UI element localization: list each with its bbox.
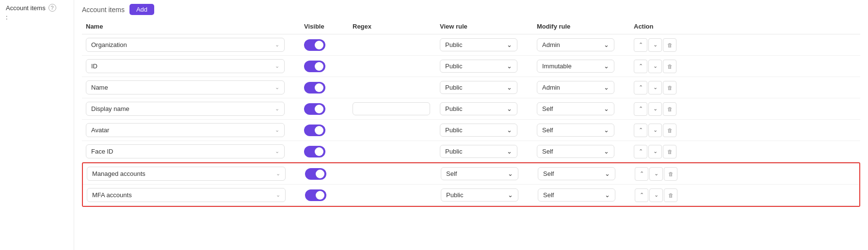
chevron-down-icon: ⌄ (275, 106, 279, 112)
header-regex: Regex (349, 23, 436, 30)
move-up-button[interactable]: ⌃ (634, 124, 647, 137)
chevron-down-icon: ⌄ (275, 63, 279, 69)
modify-rule-dropdown[interactable]: Self ⌄ (537, 124, 614, 137)
chevron-down-icon: ⌄ (604, 41, 609, 48)
regex-cell (350, 193, 437, 197)
name-select-avatar[interactable]: Avatar ⌄ (86, 123, 285, 137)
name-cell: Name ⌄ (82, 78, 300, 96)
view-rule-cell: Public ⌄ (436, 58, 533, 75)
modify-rule-dropdown[interactable]: Self ⌄ (537, 145, 614, 158)
view-rule-dropdown[interactable]: Public ⌄ (440, 60, 517, 73)
move-down-button[interactable]: ⌄ (648, 81, 662, 94)
delete-button[interactable]: 🗑 (663, 102, 676, 116)
action-cell: ⌃ ⌄ 🗑 (630, 100, 698, 118)
view-rule-cell: Public ⌄ (436, 100, 533, 117)
delete-button[interactable]: 🗑 (663, 124, 676, 137)
add-button[interactable]: Add (129, 4, 154, 15)
chevron-down-icon: ⌄ (604, 126, 609, 134)
delete-button[interactable]: 🗑 (664, 188, 677, 202)
chevron-down-icon: ⌄ (275, 84, 279, 91)
visible-toggle[interactable] (304, 39, 325, 51)
move-down-button[interactable]: ⌄ (648, 124, 662, 137)
move-up-button[interactable]: ⌃ (634, 38, 647, 52)
visible-toggle[interactable] (304, 125, 325, 136)
visible-cell (301, 166, 350, 182)
name-select-mfa-accounts[interactable]: MFA accounts ⌄ (87, 188, 286, 202)
modify-rule-dropdown[interactable]: Self ⌄ (538, 167, 615, 180)
view-rule-dropdown[interactable]: Public ⌄ (440, 81, 517, 94)
help-icon[interactable]: ? (48, 4, 56, 12)
action-cell: ⌃ ⌄ 🗑 (631, 187, 699, 204)
view-rule-dropdown[interactable]: Public ⌄ (440, 102, 517, 115)
move-down-button[interactable]: ⌄ (648, 60, 662, 73)
name-select-id[interactable]: ID ⌄ (86, 59, 285, 73)
modify-rule-dropdown[interactable]: Immutable ⌄ (537, 60, 614, 73)
view-rule-dropdown[interactable]: Self ⌄ (441, 167, 518, 180)
header-view-rule: View rule (436, 23, 533, 30)
visible-cell (301, 188, 350, 203)
view-rule-dropdown[interactable]: Public ⌄ (440, 38, 517, 51)
regex-cell (350, 172, 437, 176)
chevron-down-icon: ⌄ (276, 171, 280, 177)
delete-button[interactable]: 🗑 (663, 145, 676, 158)
sidebar-colon: : (6, 14, 68, 21)
regex-cell (349, 43, 436, 47)
view-rule-cell: Public ⌄ (436, 143, 533, 160)
visible-toggle[interactable] (305, 189, 326, 201)
chevron-down-icon: ⌄ (507, 148, 512, 155)
visible-toggle[interactable] (304, 103, 325, 115)
visible-toggle[interactable] (305, 168, 326, 180)
modify-rule-dropdown[interactable]: Self ⌄ (538, 188, 615, 202)
move-down-button[interactable]: ⌄ (648, 145, 662, 158)
regex-cell (349, 64, 436, 68)
visible-cell (300, 101, 349, 117)
modify-rule-dropdown[interactable]: Self ⌄ (537, 102, 614, 115)
header-modify-rule: Modify rule (533, 23, 630, 30)
visible-cell (300, 144, 349, 159)
modify-rule-dropdown[interactable]: Admin ⌄ (537, 38, 614, 51)
visible-toggle[interactable] (304, 146, 325, 157)
view-rule-dropdown[interactable]: Public ⌄ (441, 188, 518, 202)
chevron-down-icon: ⌄ (508, 191, 513, 199)
name-select-managed-accounts[interactable]: Managed accounts ⌄ (87, 167, 286, 181)
move-down-button[interactable]: ⌄ (648, 38, 662, 52)
name-select-display-name[interactable]: Display name ⌄ (86, 102, 285, 116)
move-up-button[interactable]: ⌃ (635, 188, 648, 202)
visible-toggle[interactable] (304, 82, 325, 94)
table-row: Name ⌄ Public ⌄ (82, 77, 860, 98)
delete-button[interactable]: 🗑 (664, 167, 677, 181)
modify-rule-cell: Admin ⌄ (533, 79, 630, 96)
table-row: ID ⌄ Public ⌄ (82, 56, 860, 77)
move-down-button[interactable]: ⌄ (648, 102, 662, 116)
visible-cell (300, 123, 349, 138)
regex-input[interactable] (353, 102, 430, 115)
move-up-button[interactable]: ⌃ (634, 145, 647, 158)
modify-rule-cell: Self ⌄ (533, 100, 630, 117)
move-down-button[interactable]: ⌄ (649, 188, 663, 202)
move-up-button[interactable]: ⌃ (635, 167, 648, 181)
action-cell: ⌃ ⌄ 🗑 (630, 36, 698, 54)
view-rule-dropdown[interactable]: Public ⌄ (440, 124, 517, 137)
visible-toggle[interactable] (304, 61, 325, 72)
chevron-down-icon: ⌄ (507, 62, 512, 70)
chevron-down-icon: ⌄ (275, 42, 279, 48)
view-rule-dropdown[interactable]: Public ⌄ (440, 145, 517, 158)
move-up-button[interactable]: ⌃ (634, 60, 647, 73)
table-header: Name Visible Regex View rule Modify rule… (82, 21, 860, 34)
delete-button[interactable]: 🗑 (663, 60, 676, 73)
move-up-button[interactable]: ⌃ (634, 102, 647, 116)
delete-button[interactable]: 🗑 (663, 81, 676, 94)
move-up-button[interactable]: ⌃ (634, 81, 647, 94)
move-down-button[interactable]: ⌄ (649, 167, 663, 181)
modify-rule-dropdown[interactable]: Admin ⌄ (537, 81, 614, 94)
name-select-name[interactable]: Name ⌄ (86, 80, 285, 94)
delete-button[interactable]: 🗑 (663, 38, 676, 52)
name-select-face-id[interactable]: Face ID ⌄ (86, 144, 285, 158)
modify-rule-cell: Admin ⌄ (533, 36, 630, 53)
name-select-organization[interactable]: Organization ⌄ (86, 38, 285, 52)
section-title: Account items (82, 6, 125, 14)
modify-rule-cell: Self ⌄ (533, 143, 630, 160)
name-cell: Managed accounts ⌄ (83, 165, 301, 183)
name-cell: Organization ⌄ (82, 36, 300, 54)
header-name: Name (82, 23, 300, 30)
